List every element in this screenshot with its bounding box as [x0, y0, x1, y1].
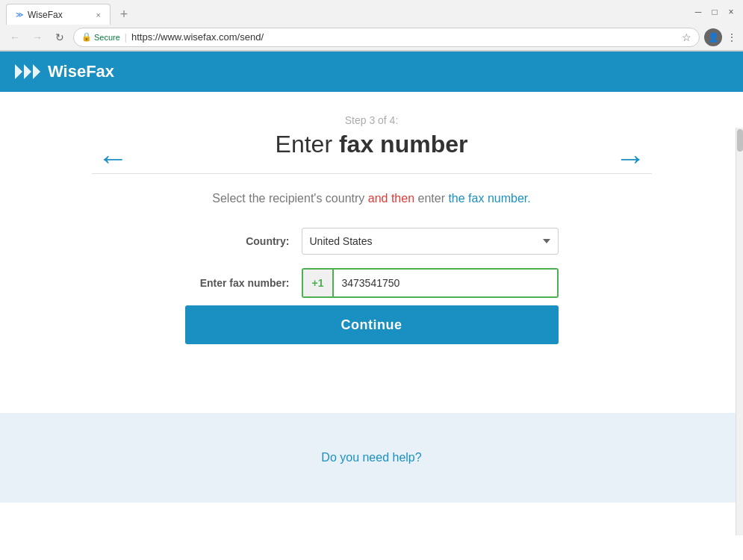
subtitle: Select the recipient's country and then … — [212, 192, 530, 205]
browser-menu-icon[interactable]: ⋮ — [727, 31, 737, 43]
bookmark-icon[interactable]: ☆ — [682, 31, 691, 43]
logo-chevrons — [15, 64, 40, 79]
footer: Do you need help? — [0, 413, 743, 503]
country-select[interactable]: United States Canada United Kingdom Aust… — [302, 228, 559, 255]
tab-close-button[interactable]: × — [96, 10, 101, 19]
forward-nav-button[interactable]: → — [28, 28, 46, 46]
address-bar[interactable]: 🔒 Secure | https://www.wisefax.com/send/… — [73, 28, 700, 47]
tab-title: WiseFax — [28, 10, 92, 20]
logo-text: WiseFax — [48, 62, 114, 81]
account-icon[interactable]: 👤 — [704, 28, 722, 46]
fax-input-group: +1 — [302, 268, 559, 298]
secure-label: Secure — [94, 33, 120, 42]
logo: WiseFax — [15, 62, 114, 81]
page-title-bold: fax number — [339, 131, 467, 158]
back-nav-button[interactable]: ← — [6, 28, 24, 46]
page-title: Enter fax number — [276, 131, 468, 158]
new-tab-button[interactable]: + — [114, 4, 134, 25]
page-title-prefix: Enter — [276, 131, 339, 158]
chevron-icon-3 — [33, 64, 40, 79]
country-code-display: +1 — [303, 270, 335, 296]
continue-button[interactable]: Continue — [185, 305, 559, 344]
close-button[interactable]: × — [725, 6, 737, 18]
form-area: Country: United States Canada United Kin… — [185, 228, 559, 298]
divider — [92, 173, 652, 174]
chevron-icon-1 — [15, 64, 22, 79]
forward-button[interactable]: → — [615, 140, 646, 176]
main-content: ← → Step 3 of 4: Enter fax number Select… — [0, 92, 743, 413]
scrollbar[interactable] — [736, 128, 743, 535]
fax-number-label: Enter fax number: — [185, 277, 290, 289]
url-display: https://www.wisefax.com/send/ — [131, 31, 264, 43]
fax-number-input[interactable] — [334, 270, 556, 296]
help-link[interactable]: Do you need help? — [321, 451, 421, 464]
chevron-icon-2 — [24, 64, 31, 79]
secure-badge: 🔒 Secure — [81, 32, 120, 42]
tab-favicon: ≫ — [16, 10, 23, 19]
country-label: Country: — [185, 235, 290, 247]
step-label: Step 3 of 4: — [345, 114, 399, 126]
minimize-button[interactable]: ─ — [692, 6, 704, 18]
refresh-button[interactable]: ↻ — [51, 28, 69, 46]
country-row: Country: United States Canada United Kin… — [185, 228, 559, 255]
maximize-button[interactable]: □ — [709, 6, 721, 18]
app-header: WiseFax — [0, 52, 743, 92]
back-button[interactable]: ← — [97, 140, 128, 176]
lock-icon: 🔒 — [81, 32, 92, 42]
fax-number-row: Enter fax number: +1 — [185, 268, 559, 298]
scrollbar-thumb[interactable] — [737, 129, 743, 152]
browser-tab[interactable]: ≫ WiseFax × — [6, 4, 111, 25]
